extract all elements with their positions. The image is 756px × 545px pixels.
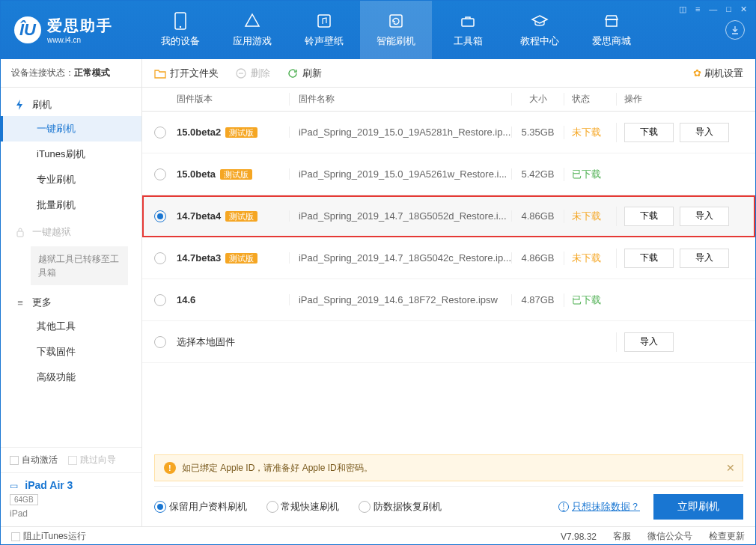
logo-url: www.i4.cn: [47, 36, 113, 44]
firmware-size: 5.42GB: [511, 168, 564, 180]
sidebar-item-pro[interactable]: 专业刷机: [1, 167, 141, 192]
flash-now-button[interactable]: 立即刷机: [653, 494, 743, 520]
beta-tag: 测试版: [220, 169, 252, 180]
svg-rect-5: [606, 19, 617, 26]
sidebar-item-oneclick[interactable]: 一键刷机: [1, 116, 141, 141]
import-button[interactable]: 导入: [624, 332, 674, 352]
auto-activate-checkbox[interactable]: 自动激活: [10, 454, 58, 466]
nav-my-device[interactable]: 我的设备: [144, 1, 216, 59]
footer-update[interactable]: 检查更新: [709, 530, 745, 543]
table-row-local[interactable]: 选择本地固件导入: [142, 321, 755, 363]
firmware-status: 已下载: [564, 168, 616, 181]
nav-ringtones[interactable]: 铃声壁纸: [288, 1, 360, 59]
table-row[interactable]: 14.7beta3测试版iPad_Spring_2019_14.7_18G504…: [142, 237, 755, 279]
beta-tag: 测试版: [225, 253, 257, 264]
sidebar-item-itunes[interactable]: iTunes刷机: [1, 141, 141, 167]
maximize-icon[interactable]: □: [726, 4, 731, 14]
row-radio[interactable]: [154, 127, 166, 138]
nav-apps[interactable]: 应用游戏: [216, 1, 288, 59]
nav-flash[interactable]: 智能刷机: [360, 1, 432, 59]
svg-rect-6: [17, 231, 23, 237]
row-radio[interactable]: [154, 336, 166, 348]
sidebar-item-download[interactable]: 下载固件: [1, 339, 141, 365]
firmware-name: iPad_Spring_2019_14.7_18G5052d_Restore.i…: [289, 210, 511, 222]
help-icon: !: [558, 502, 569, 512]
footer-support[interactable]: 客服: [613, 530, 631, 543]
table-row[interactable]: 15.0beta测试版iPad_Spring_2019_15.0_19A5261…: [142, 153, 755, 195]
lock-icon: [14, 227, 26, 237]
delete-icon: [235, 67, 247, 79]
row-radio[interactable]: [154, 252, 166, 264]
table-row[interactable]: 15.0beta2测试版iPad_Spring_2019_15.0_19A528…: [142, 112, 755, 153]
jailbreak-note: 越狱工具已转移至工具箱: [31, 246, 128, 285]
device-info[interactable]: ▭ iPad Air 3 64GB iPad: [1, 472, 141, 526]
table-row[interactable]: 14.7beta4测试版iPad_Spring_2019_14.7_18G505…: [142, 195, 755, 237]
sidebar-group-flash[interactable]: 刷机: [1, 91, 141, 116]
nav-store[interactable]: 爱思商城: [576, 1, 647, 59]
flash-settings-button[interactable]: ✿ 刷机设置: [693, 67, 743, 80]
reload-icon: [287, 67, 299, 79]
warning-close-icon[interactable]: ✕: [726, 462, 735, 474]
open-folder-button[interactable]: 打开文件夹: [154, 67, 219, 80]
flash-options: 保留用户资料刷机 常规快速刷机 防数据恢复刷机 !只想抹除数据？ 立即刷机: [154, 486, 743, 526]
skip-guide-checkbox[interactable]: 跳过向导: [68, 454, 116, 466]
gear-icon: ✿: [693, 67, 701, 79]
skin-icon[interactable]: ◫: [679, 4, 686, 14]
graduation-icon: [531, 12, 549, 30]
logo[interactable]: ÎU 爱思助手 www.i4.cn: [1, 16, 144, 44]
firmware-status: 已下载: [564, 293, 616, 307]
sidebar-item-other[interactable]: 其他工具: [1, 314, 141, 339]
close-icon[interactable]: ✕: [740, 4, 747, 14]
erase-data-link[interactable]: !只想抹除数据？: [558, 500, 640, 514]
flash-opt-normal[interactable]: 常规快速刷机: [266, 500, 340, 514]
flash-opt-keep-data[interactable]: 保留用户资料刷机: [154, 500, 247, 514]
download-button[interactable]: 下载: [624, 249, 674, 268]
minimize-icon[interactable]: —: [709, 4, 717, 14]
sidebar: 设备连接状态：正常模式 刷机 一键刷机 iTunes刷机 专业刷机 批量刷机 一…: [1, 59, 142, 526]
import-button[interactable]: 导入: [680, 207, 729, 226]
sidebar-item-advanced[interactable]: 高级功能: [1, 365, 141, 390]
logo-icon: ÎU: [14, 16, 41, 43]
flash-icon: [14, 100, 26, 110]
firmware-version: 14.7beta4: [177, 210, 221, 222]
firmware-name: iPad_Spring_2019_14.7_18G5042c_Restore.i…: [289, 252, 511, 264]
firmware-name: iPad_Spring_2019_15.0_19A5261w_Restore.i…: [289, 168, 511, 180]
firmware-name: iPad_Spring_2019_14.6_18F72_Restore.ipsw: [289, 294, 511, 305]
import-button[interactable]: 导入: [680, 123, 729, 142]
store-icon: [603, 12, 621, 30]
import-button[interactable]: 导入: [680, 249, 729, 268]
delete-button[interactable]: 删除: [235, 67, 270, 80]
toolbox-icon: [459, 12, 477, 30]
sidebar-item-batch[interactable]: 批量刷机: [1, 192, 141, 218]
sidebar-group-more[interactable]: ≡ 更多: [1, 288, 141, 314]
col-name: 固件名称: [289, 93, 511, 106]
firmware-table: 15.0beta2测试版iPad_Spring_2019_15.0_19A528…: [142, 112, 755, 454]
download-button[interactable]: 下载: [624, 207, 674, 226]
nav-tutorials[interactable]: 教程中心: [504, 1, 576, 59]
svg-rect-3: [390, 15, 402, 27]
download-manager[interactable]: [714, 20, 755, 40]
table-row[interactable]: 14.6iPad_Spring_2019_14.6_18F72_Restore.…: [142, 279, 755, 321]
refresh-button[interactable]: 刷新: [287, 67, 322, 80]
nav-toolbox[interactable]: 工具箱: [432, 1, 504, 59]
table-header: 固件版本 固件名称 大小 状态 操作: [142, 88, 755, 112]
firmware-status: 未下载: [564, 252, 616, 265]
svg-rect-2: [318, 15, 330, 27]
footer: 阻止iTunes运行 V7.98.32 客服 微信公众号 检查更新: [1, 526, 755, 545]
device-name: iPad Air 3: [25, 479, 73, 491]
row-radio[interactable]: [154, 210, 166, 222]
footer-wechat[interactable]: 微信公众号: [647, 530, 692, 543]
row-radio[interactable]: [154, 168, 166, 180]
menu-icon[interactable]: ≡: [695, 4, 700, 14]
col-status: 状态: [564, 93, 616, 106]
device-capacity: 64GB: [10, 494, 38, 505]
download-button[interactable]: 下载: [624, 123, 674, 142]
music-icon: [315, 12, 333, 30]
col-size: 大小: [511, 93, 564, 106]
row-radio[interactable]: [154, 294, 166, 306]
svg-rect-4: [462, 19, 474, 26]
firmware-size: 5.35GB: [511, 127, 564, 138]
firmware-name: iPad_Spring_2019_15.0_19A5281h_Restore.i…: [289, 127, 511, 138]
flash-opt-anti-recovery[interactable]: 防数据恢复刷机: [359, 500, 442, 514]
block-itunes-checkbox[interactable]: 阻止iTunes运行: [11, 530, 86, 543]
